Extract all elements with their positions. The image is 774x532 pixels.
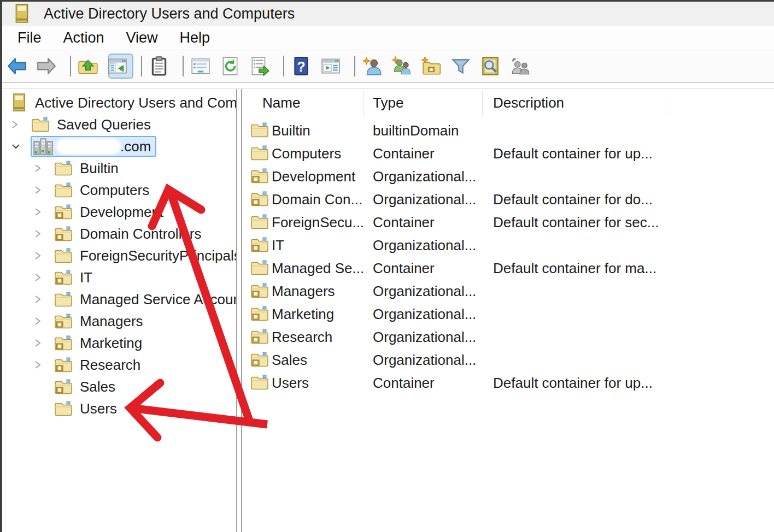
tree-item-managers[interactable]: Managers (2, 310, 236, 332)
tree-item-label: Managers (80, 313, 143, 330)
tree-item-foreign-security-principals[interactable]: ForeignSecurityPrincipals (2, 245, 236, 267)
column-divider[interactable] (666, 90, 666, 116)
filter-button[interactable] (452, 54, 477, 79)
cell-name: Sales (272, 352, 370, 369)
cell-type: Organizational... (373, 352, 492, 369)
details-row-foreign-security-principals[interactable]: ForeignSecu...ContainerDefault container… (243, 211, 774, 234)
tree-item-label: Sales (80, 379, 115, 395)
menu-file[interactable]: File (7, 29, 52, 46)
cell-name: Users (272, 375, 370, 392)
tree-item-development[interactable]: Development (2, 201, 236, 223)
column-header-type[interactable]: Type (373, 94, 403, 111)
menu-action[interactable]: Action (52, 29, 115, 46)
ou-icon (54, 357, 73, 373)
chevron-right-icon[interactable] (34, 163, 54, 174)
back-arrow-icon (7, 56, 27, 76)
tree-item-users[interactable]: Users (2, 398, 236, 419)
tree-item-managed-service-accounts[interactable]: Managed Service Accounts (2, 288, 236, 310)
details-row-builtin[interactable]: BuiltinbuiltinDomain (243, 119, 774, 142)
details-row-development[interactable]: DevelopmentOrganizational... (243, 165, 774, 188)
new-user-button[interactable] (363, 54, 388, 79)
cell-name: ForeignSecu... (272, 214, 370, 231)
cell-type: Organizational... (373, 283, 492, 300)
toolbar-separator (354, 56, 355, 76)
chevron-right-icon[interactable] (11, 119, 31, 130)
details-row-computers[interactable]: ComputersContainerDefault container for … (243, 142, 774, 165)
property-sheet-button[interactable] (191, 54, 216, 79)
console-tree-icon (107, 56, 128, 76)
chevron-right-icon[interactable] (34, 316, 54, 327)
help-button[interactable]: ? (292, 54, 317, 79)
details-rows: BuiltinbuiltinDomainComputersContainerDe… (243, 119, 774, 394)
column-header-name[interactable]: Name (262, 94, 300, 111)
pane-splitter[interactable] (236, 89, 242, 532)
show-console-tree-button[interactable] (108, 54, 133, 79)
new-org-unit-button[interactable] (422, 54, 447, 79)
cell-name: Computers (272, 145, 370, 162)
details-row-managed-service-accounts[interactable]: Managed Se...ContainerDefault container … (243, 257, 774, 280)
new-window-view-button[interactable] (321, 54, 347, 79)
chevron-right-icon[interactable] (34, 272, 54, 283)
cell-type: Organizational... (373, 191, 492, 208)
cell-name: Research (272, 329, 370, 346)
refresh-button[interactable] (221, 54, 246, 79)
menu-help[interactable]: Help (169, 29, 221, 46)
find-button[interactable] (481, 54, 506, 79)
properties-button[interactable] (150, 54, 175, 79)
tree-item-sales[interactable]: Sales (2, 376, 236, 398)
toolbar-separator (283, 56, 284, 76)
chevron-right-icon[interactable] (34, 359, 54, 370)
forward-arrow-icon (36, 56, 57, 76)
menu-view[interactable]: View (115, 29, 169, 46)
details-row-research[interactable]: ResearchOrganizational... (243, 326, 774, 348)
chevron-right-icon[interactable] (34, 338, 54, 348)
tree-item-builtin[interactable]: Builtin (2, 157, 236, 179)
chevron-right-icon[interactable] (34, 250, 54, 261)
tree-item-label: Active Directory Users and Computers (35, 94, 236, 111)
details-row-it[interactable]: ITOrganizational... (243, 234, 774, 257)
details-row-users[interactable]: UsersContainerDefault container for up..… (243, 371, 774, 394)
new-group-button[interactable] (392, 54, 418, 79)
chevron-right-icon[interactable] (34, 185, 54, 196)
tree-item-computers[interactable]: Computers (2, 179, 236, 201)
tree-item-it[interactable]: IT (2, 267, 236, 288)
folder-icon (54, 400, 73, 417)
chevron-right-icon[interactable] (34, 294, 54, 305)
tree-item-research[interactable]: Research (2, 354, 236, 376)
column-header-description[interactable]: Description (493, 94, 564, 111)
details-row-marketing[interactable]: MarketingOrganizational... (243, 303, 774, 326)
column-divider[interactable] (363, 90, 364, 116)
menu-bar: FileActionViewHelp (2, 26, 774, 50)
cell-name: IT (272, 237, 370, 254)
change-domain-controller-button[interactable] (511, 54, 536, 79)
export-list-button[interactable] (250, 54, 275, 79)
tree-item-label: Users (80, 400, 117, 417)
new-ou-icon (421, 56, 442, 76)
details-row-domain-controllers[interactable]: Domain Con...Organizational...Default co… (243, 188, 774, 211)
new-group-icon (391, 56, 412, 76)
details-row-sales[interactable]: SalesOrganizational... (243, 348, 774, 371)
tree-item-domain-controllers[interactable]: Domain Controllers (2, 223, 236, 245)
tree-item-saved-queries[interactable]: Saved Queries (2, 114, 236, 135)
selected-node-box: .com (31, 136, 156, 157)
window-title: Active Directory Users and Computers (44, 5, 295, 22)
tree-item-domain[interactable]: .com (2, 135, 236, 157)
refresh-icon (220, 56, 241, 76)
tree-item-root[interactable]: Active Directory Users and Computers (2, 92, 236, 114)
details-row-managers[interactable]: ManagersOrganizational... (243, 280, 774, 303)
cell-name: Builtin (272, 122, 370, 139)
chevron-right-icon[interactable] (34, 228, 54, 239)
chevron-right-icon[interactable] (34, 206, 54, 217)
column-divider[interactable] (482, 90, 483, 116)
toolbar-separator (70, 56, 71, 76)
folder-icon (54, 291, 73, 308)
aduc-app-icon (12, 4, 32, 23)
back-button[interactable] (8, 54, 33, 79)
up-one-level-button[interactable] (79, 54, 104, 79)
forward-button[interactable] (37, 54, 62, 79)
toolbar: ? (2, 50, 774, 83)
tree-item-label: Builtin (80, 160, 119, 177)
chevron-down-icon[interactable] (11, 141, 31, 151)
ou-icon (54, 335, 73, 351)
tree-item-marketing[interactable]: Marketing (2, 332, 236, 354)
